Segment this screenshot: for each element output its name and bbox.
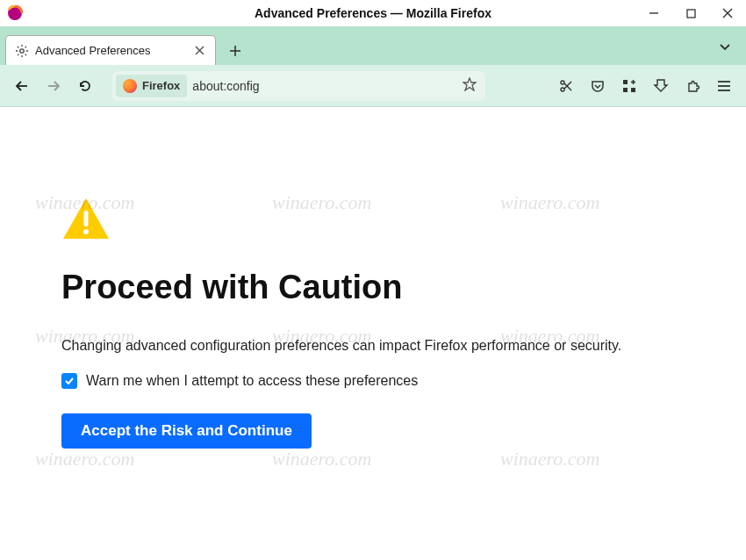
window-titlebar: Advanced Preferences — Mozilla Firefox [0, 0, 746, 26]
maximize-icon [686, 9, 696, 18]
page-heading: Proceed with Caution [61, 269, 746, 306]
reader-view-button[interactable] [551, 71, 581, 101]
svg-line-11 [25, 54, 26, 54]
maximize-button[interactable] [672, 0, 709, 26]
svg-rect-2 [687, 10, 695, 18]
svg-line-10 [18, 47, 18, 47]
page-description: Changing advanced configuration preferen… [61, 338, 746, 354]
svg-point-22 [561, 88, 564, 91]
reload-button[interactable] [70, 71, 100, 101]
downloads-button[interactable] [646, 71, 676, 101]
svg-point-21 [561, 81, 564, 84]
hamburger-icon [717, 80, 731, 92]
svg-marker-30 [655, 80, 667, 91]
watermark: winaero.com [272, 448, 371, 470]
tab-title: Advanced Preferences [35, 44, 151, 57]
window-controls [635, 0, 746, 26]
window-title: Advanced Preferences — Mozilla Firefox [0, 6, 746, 20]
scissors-icon [558, 78, 574, 94]
checkmark-icon [64, 376, 75, 386]
identity-chip[interactable]: Firefox [116, 75, 187, 97]
all-tabs-button[interactable] [713, 35, 737, 60]
addons-button[interactable] [614, 71, 644, 101]
arrow-right-icon [46, 78, 61, 94]
svg-rect-25 [623, 80, 628, 84]
tab-advanced-preferences[interactable]: Advanced Preferences [5, 35, 216, 65]
svg-marker-20 [463, 78, 476, 90]
bookmark-star-button[interactable] [463, 77, 477, 95]
svg-rect-35 [84, 211, 89, 226]
pocket-button[interactable] [583, 71, 613, 101]
star-icon [463, 77, 477, 91]
minimize-button[interactable] [635, 0, 672, 26]
svg-point-36 [83, 229, 89, 234]
close-icon [722, 8, 733, 18]
tab-strip: Advanced Preferences [0, 26, 746, 65]
url-text: about:config [192, 79, 259, 93]
plus-icon [229, 45, 241, 57]
grid-plus-icon [622, 79, 636, 93]
back-button[interactable] [7, 71, 37, 101]
gear-icon [15, 44, 29, 58]
warn-checkbox-label: Warn me when I attempt to access these p… [86, 373, 418, 389]
warning-icon [61, 195, 111, 244]
firefox-brand-icon [123, 79, 137, 93]
svg-rect-26 [631, 88, 635, 92]
pocket-icon [590, 78, 606, 94]
about-config-warning: Proceed with Caution Changing advanced c… [0, 107, 746, 449]
svg-rect-27 [623, 88, 628, 92]
puzzle-icon [685, 78, 700, 94]
download-icon [653, 78, 669, 94]
minimize-icon [649, 8, 659, 18]
navigation-toolbar: Firefox about:config [0, 65, 746, 107]
extensions-button[interactable] [678, 71, 707, 101]
url-bar[interactable]: Firefox about:config [112, 71, 485, 101]
close-button[interactable] [709, 0, 746, 26]
svg-point-5 [20, 48, 24, 52]
svg-line-12 [25, 47, 26, 47]
firefox-app-icon [7, 5, 23, 21]
new-tab-button[interactable] [221, 37, 249, 65]
warn-checkbox-row[interactable]: Warn me when I attempt to access these p… [61, 373, 746, 389]
identity-label: Firefox [142, 79, 180, 92]
chevron-down-icon [719, 43, 731, 52]
close-icon [195, 46, 204, 55]
watermark: winaero.com [35, 448, 134, 470]
warn-checkbox[interactable] [61, 373, 77, 389]
accept-risk-button[interactable]: Accept the Risk and Continue [61, 413, 312, 449]
forward-button[interactable] [39, 71, 68, 101]
app-menu-button[interactable] [709, 71, 739, 101]
watermark: winaero.com [500, 448, 599, 470]
tab-close-button[interactable] [190, 42, 208, 60]
svg-line-13 [18, 54, 18, 54]
arrow-left-icon [14, 78, 30, 94]
reload-icon [77, 78, 93, 94]
